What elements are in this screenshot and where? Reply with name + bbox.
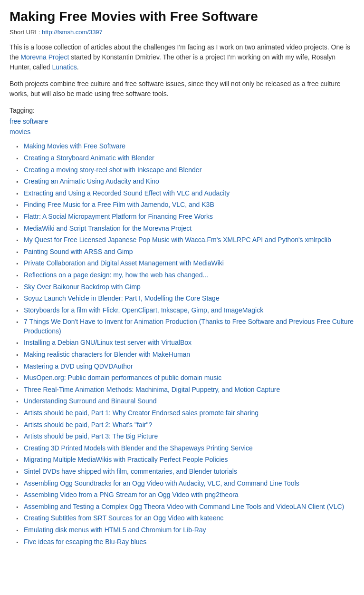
article-link[interactable]: Installing a Debian GNU/Linux test serve… — [24, 338, 192, 348]
article-link[interactable]: Finding Free Music for a Free Film with … — [24, 200, 214, 210]
list-item: Assembling Ogg Soundtracks for an Ogg Vi… — [10, 479, 354, 488]
article-link[interactable]: Private Collaboration and Digital Asset … — [24, 259, 224, 268]
list-item: Artists should be paid, Part 1: Why Crea… — [10, 409, 354, 418]
list-item: Migrating Multiple MediaWikis with Pract… — [10, 455, 354, 465]
article-link[interactable]: Understanding Surround and Binaural Soun… — [24, 397, 156, 406]
list-item: My Quest for Free Licensed Japanese Pop … — [10, 235, 354, 245]
list-item: Sintel DVDs have shipped with film, comm… — [10, 467, 354, 477]
list-item: Artists should be paid, Part 3: The Big … — [10, 432, 354, 441]
article-link[interactable]: Mastering a DVD using QDVDAuthor — [24, 362, 133, 371]
article-link[interactable]: My Quest for Free Licensed Japanese Pop … — [24, 235, 331, 245]
tag-movies[interactable]: movies — [10, 127, 354, 137]
lunatics-link[interactable]: Lunatics — [52, 63, 77, 71]
list-item: Making realistic characters for Blender … — [10, 350, 354, 360]
article-link[interactable]: Flattr: A Social Micropayment Platform f… — [24, 212, 213, 222]
list-item: Understanding Surround and Binaural Soun… — [10, 397, 354, 406]
article-link[interactable]: Sky Over Baikonur Backdrop with Gimp — [24, 283, 141, 292]
article-link[interactable]: Assembling and Testing a Complex Ogg The… — [24, 502, 344, 512]
list-item: Creating an Animatic Using Audacity and … — [10, 177, 354, 186]
list-item: Mastering a DVD using QDVDAuthor — [10, 362, 354, 371]
article-link[interactable]: Assembling Ogg Soundtracks for an Ogg Vi… — [24, 479, 299, 488]
article-link[interactable]: Artists should be paid, Part 2: What's "… — [24, 420, 152, 430]
article-link[interactable]: Creating an Animatic Using Audacity and … — [24, 177, 159, 186]
article-link[interactable]: Reflections on a page design: my, how th… — [24, 271, 208, 280]
list-item: 7 Things We Don't Have to Invent for Ani… — [10, 317, 354, 336]
article-link[interactable]: Assembling Video from a PNG Stream for a… — [24, 490, 239, 500]
list-item: Assembling and Testing a Complex Ogg The… — [10, 502, 354, 512]
second-paragraph: Both projects combine free culture and f… — [10, 79, 354, 99]
morevna-link[interactable]: Morevna Project — [20, 53, 69, 61]
list-item: Creating 3D Printed Models with Blender … — [10, 444, 354, 453]
list-item: Creating a Storyboard Animatic with Blen… — [10, 154, 354, 163]
article-link[interactable]: Migrating Multiple MediaWikis with Pract… — [24, 455, 228, 465]
list-item: Creating Subtitles from SRT Sources for … — [10, 514, 354, 523]
list-item: Making Movies with Free Software — [10, 142, 354, 151]
intro-paragraph: This is a loose collection of articles a… — [10, 42, 354, 72]
article-link[interactable]: MediaWiki and Script Translation for the… — [24, 224, 192, 234]
list-item: Three Real-Time Animation Methods: Machi… — [10, 385, 354, 395]
list-item: Storyboards for a film with Flickr, Open… — [10, 306, 354, 315]
article-link[interactable]: Extracting and Using a Recorded Sound Ef… — [24, 189, 230, 198]
article-link[interactable]: Artists should be paid, Part 1: Why Crea… — [24, 409, 259, 418]
tag-free-software[interactable]: free software — [10, 116, 354, 127]
list-item: Five ideas for escaping the Blu-Ray blue… — [10, 537, 354, 547]
article-link[interactable]: 7 Things We Don't Have to Invent for Ani… — [24, 317, 354, 336]
list-item: Reflections on a page design: my, how th… — [10, 271, 354, 280]
article-link[interactable]: Creating a moving story-reel shot with I… — [24, 166, 201, 175]
list-item: MediaWiki and Script Translation for the… — [10, 224, 354, 234]
tagging-label: Tagging: — [10, 107, 354, 114]
list-item: Sky Over Baikonur Backdrop with Gimp — [10, 283, 354, 292]
list-item: Installing a Debian GNU/Linux test serve… — [10, 338, 354, 348]
article-link[interactable]: Creating Subtitles from SRT Sources for … — [24, 514, 223, 523]
short-url-label: Short URL: — [10, 29, 40, 36]
article-link[interactable]: Emulating disk menus with HTML5 and Chro… — [24, 526, 206, 535]
article-link[interactable]: Sintel DVDs have shipped with film, comm… — [24, 467, 237, 477]
article-link[interactable]: Making Movies with Free Software — [24, 142, 125, 151]
article-link[interactable]: Artists should be paid, Part 3: The Big … — [24, 432, 158, 441]
article-link[interactable]: Five ideas for escaping the Blu-Ray blue… — [24, 537, 146, 547]
list-item: Painting Sound with ARSS and Gimp — [10, 247, 354, 257]
article-link[interactable]: Storyboards for a film with Flickr, Open… — [24, 306, 263, 315]
list-item: Artists should be paid, Part 2: What's "… — [10, 420, 354, 430]
article-link[interactable]: Three Real-Time Animation Methods: Machi… — [24, 385, 280, 395]
article-link[interactable]: Creating 3D Printed Models with Blender … — [24, 444, 253, 453]
article-link[interactable]: MusOpen.org: Public domain performances … — [24, 373, 221, 383]
list-item: MusOpen.org: Public domain performances … — [10, 373, 354, 383]
article-link[interactable]: Soyuz Launch Vehicle in Blender: Part I,… — [24, 294, 220, 303]
short-url-link[interactable]: http://fsmsh.com/3397 — [42, 29, 103, 36]
short-url-line: Short URL: http://fsmsh.com/3397 — [10, 29, 354, 36]
list-item: Assembling Video from a PNG Stream for a… — [10, 490, 354, 500]
article-link[interactable]: Painting Sound with ARSS and Gimp — [24, 247, 133, 257]
list-item: Private Collaboration and Digital Asset … — [10, 259, 354, 268]
list-item: Extracting and Using a Recorded Sound Ef… — [10, 189, 354, 198]
article-link[interactable]: Creating a Storyboard Animatic with Blen… — [24, 154, 154, 163]
list-item: Soyuz Launch Vehicle in Blender: Part I,… — [10, 294, 354, 303]
page-title: Making Free Movies with Free Software — [10, 9, 354, 25]
list-item: Flattr: A Social Micropayment Platform f… — [10, 212, 354, 222]
list-item: Creating a moving story-reel shot with I… — [10, 166, 354, 175]
article-link[interactable]: Making realistic characters for Blender … — [24, 350, 190, 360]
list-item: Emulating disk menus with HTML5 and Chro… — [10, 526, 354, 535]
articles-list: Making Movies with Free SoftwareCreating… — [10, 142, 354, 546]
list-item: Finding Free Music for a Free Film with … — [10, 200, 354, 210]
tagging-section: Tagging: free software movies — [10, 107, 354, 137]
